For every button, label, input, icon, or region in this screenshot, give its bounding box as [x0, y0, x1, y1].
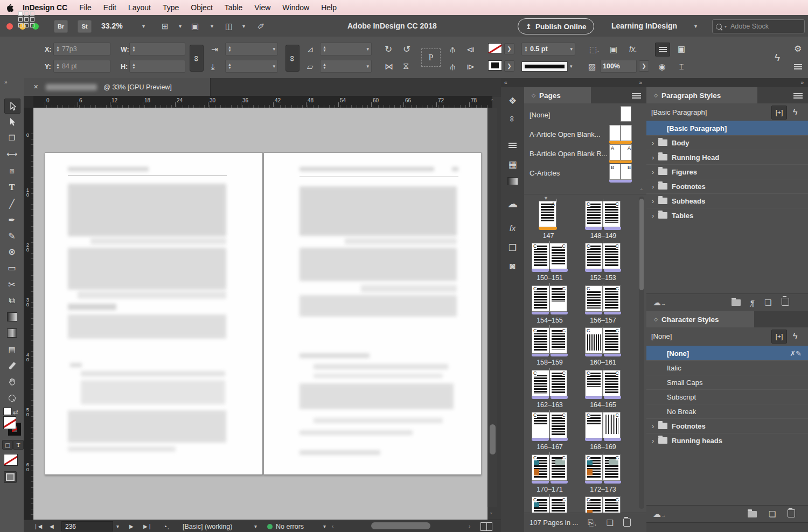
ruler-origin-corner[interactable] [24, 96, 34, 108]
vertical-ruler[interactable]: 0 10 20 30 40 50 60 [24, 108, 34, 520]
swatches-panel-icon[interactable]: ▦ [501, 159, 524, 170]
preflight-chevron-icon[interactable]: ▾ [254, 520, 257, 532]
expand-chevron-icon[interactable]: › [652, 197, 658, 205]
gradient-panel-icon[interactable] [501, 177, 524, 188]
panel-collapse-icon[interactable]: ◇ [654, 317, 658, 322]
rectangle-tool[interactable]: ▭ [4, 261, 19, 275]
eyedropper-tool[interactable] [4, 359, 19, 373]
stroke-panel-icon[interactable] [501, 141, 524, 151]
cc-sync-icon[interactable]: ☁→ [653, 509, 666, 519]
master-thumbnail-a-right[interactable] [621, 125, 632, 141]
spread-label[interactable]: 160–161 [585, 359, 621, 366]
pages-scrollbar[interactable]: ⌃ ⌄ [639, 197, 644, 509]
character-style-row-italic[interactable]: Italic [646, 360, 808, 375]
screen-mode-icon[interactable]: ▣ [191, 22, 199, 31]
mini-fill-swatch-icon[interactable] [3, 408, 12, 415]
zoom-level-chevron-icon[interactable]: ▾ [142, 23, 145, 29]
delete-style-icon[interactable] [788, 509, 795, 520]
hand-tool[interactable] [4, 375, 19, 389]
constrain-scale-link-icon[interactable]: ∞ [285, 45, 299, 72]
formatting-affects-container-button[interactable]: ▢ [2, 440, 13, 450]
page-spread[interactable]: A [539, 201, 557, 230]
page-number-field[interactable]: 236 [61, 521, 113, 531]
height-field[interactable]: ▲▼ [129, 60, 185, 73]
edit-page-size-icon[interactable]: ⎘. [588, 518, 596, 528]
pages-scrollbar-thumb[interactable] [639, 199, 644, 290]
panel-collapse-icon[interactable]: ◇ [654, 93, 658, 98]
preflight-status[interactable]: No errors [276, 523, 304, 530]
menu-item-layout[interactable]: Layout [122, 3, 157, 12]
pencil-tool[interactable]: ✎ [4, 229, 19, 243]
page-spread[interactable]: C C [532, 370, 568, 400]
character-style-row-subscript[interactable]: Subscript [646, 389, 808, 404]
expand-chevron-icon[interactable]: › [652, 139, 658, 147]
spread-label[interactable]: 164–165 [585, 401, 621, 409]
paragraph-style-folder-figures[interactable]: › Figures [646, 164, 808, 179]
pen-tool[interactable]: ✒ [4, 213, 19, 227]
last-page-button[interactable]: ▶❘ [143, 520, 152, 532]
menu-item-view[interactable]: View [248, 3, 276, 12]
horizontal-scrollbar-thumb[interactable] [371, 522, 430, 529]
vertical-scrollbar-thumb[interactable] [490, 424, 496, 454]
spread-label[interactable]: 158–159 [532, 359, 568, 366]
page-spread[interactable]: C C [585, 285, 621, 315]
stroke-color-swatch[interactable] [488, 60, 502, 71]
spread-label[interactable]: 154–155 [532, 317, 568, 324]
menu-item-file[interactable]: File [73, 3, 97, 12]
character-style-folder-running-heads[interactable]: › Running heads [646, 433, 808, 447]
effects-panel-icon[interactable]: fx [501, 223, 524, 233]
swap-fill-stroke-icon[interactable]: ⇄ [13, 408, 18, 416]
type-tool[interactable]: T [4, 180, 19, 194]
paragraph-style-folder-body[interactable]: › Body [646, 135, 808, 150]
spread-label[interactable]: 168–169 [585, 443, 621, 451]
character-style-row-small-caps[interactable]: Small Caps [646, 375, 808, 389]
create-new-style-icon[interactable]: ❏ [764, 298, 771, 307]
quill-icon[interactable]: ✑ [255, 19, 268, 33]
stock-search-input[interactable] [729, 22, 785, 31]
spread-label[interactable]: 166–167 [532, 443, 568, 451]
quick-apply-icon[interactable]: ϟ [793, 332, 797, 341]
tab-character-styles[interactable]: ◇ Character Styles [646, 311, 754, 327]
shear-angle-field[interactable]: ▲▼▾ [320, 60, 372, 73]
paragraph-style-folder-footnotes[interactable]: › Footnotes [646, 179, 808, 193]
pathfinder-panel-icon[interactable]: ❒ [501, 242, 524, 254]
fill-proxy-swatch[interactable] [3, 416, 16, 429]
note-tool[interactable]: ▤ [4, 342, 19, 356]
select-content-icon[interactable]: ⫛ [450, 62, 455, 72]
character-style-row-selected[interactable]: [None] ✗✎ [646, 346, 808, 360]
gap-tool[interactable]: ⟷ [4, 147, 19, 161]
menu-item-type[interactable]: Type [157, 3, 185, 12]
apply-none-button[interactable] [4, 454, 18, 466]
master-thumbnail-a-left[interactable] [609, 125, 621, 141]
gradient-swatch-tool[interactable] [4, 310, 19, 324]
paragraph-style-folder-running-head[interactable]: › Running Head [646, 150, 808, 164]
pages-panel-menu-icon[interactable] [632, 92, 641, 102]
spread-label[interactable]: 162–163 [532, 401, 568, 409]
quick-apply-lightning-icon[interactable]: ϟ [775, 52, 780, 64]
paragraph-style-folder-subheads[interactable]: › Subheads [646, 193, 808, 208]
cc-sync-icon[interactable]: ☁→ [653, 298, 666, 307]
view-options-chevron-icon[interactable]: ▾ [179, 23, 182, 29]
line-tool[interactable]: ╱ [4, 197, 19, 211]
stroke-style-chevron-icon[interactable]: ▾ [570, 64, 573, 69]
create-new-style-icon[interactable]: ❏ [769, 509, 776, 519]
gradient-feather-tool[interactable] [4, 326, 19, 340]
wrap-object-shape-button[interactable]: ◉ [655, 60, 669, 73]
flip-horizontal-icon[interactable]: ⋈ [385, 61, 393, 72]
view-mode-button[interactable] [4, 471, 17, 483]
pages-thumbnails-area[interactable]: ▼ A 147 148–149 C C C C [524, 194, 646, 513]
flip-vertical-icon[interactable]: ⧖ [403, 61, 409, 71]
panel-collapse-icon[interactable]: ◇ [532, 93, 535, 98]
horizontal-ruler[interactable]: 0 6 12 18 24 30 36 42 48 54 60 66 72 78 [33, 96, 492, 108]
arrange-documents-chevron-icon[interactable]: ▾ [242, 23, 245, 29]
stroke-weight-field[interactable]: ▲▼ 0.5 pt ▾ [521, 43, 575, 55]
page-spread[interactable]: C C [585, 201, 621, 230]
jump-object-button[interactable]: ⌶ [674, 60, 688, 73]
bridge-badge[interactable]: Br [54, 20, 68, 33]
reference-point-proxy[interactable] [18, 11, 34, 27]
links-panel-icon[interactable]: ∞ [501, 114, 524, 124]
stroke-swatch-menu-button[interactable]: ❯ [504, 60, 514, 72]
publish-online-button[interactable]: ↥ Publish Online [518, 18, 594, 34]
stroke-style-preview[interactable] [521, 61, 568, 72]
spread-label[interactable]: 152–153 [585, 274, 621, 282]
